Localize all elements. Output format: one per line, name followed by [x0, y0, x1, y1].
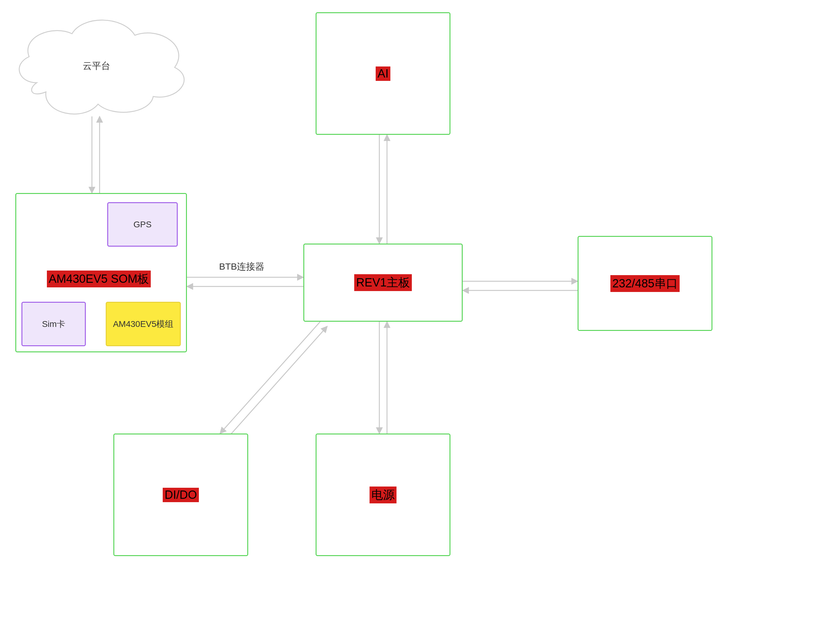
node-serial: 232/485串口 [578, 236, 712, 331]
module-label: AM430EV5模组 [113, 318, 174, 330]
cloud-text: 云平台 [83, 60, 110, 71]
ai-label: AI [376, 67, 390, 81]
node-ai: AI [315, 12, 451, 135]
node-gps: GPS [107, 202, 178, 246]
dido-label: DI/DO [163, 488, 199, 502]
gps-label: GPS [133, 219, 151, 229]
node-sim: Sim卡 [21, 302, 86, 346]
node-power: 电源 [315, 434, 451, 556]
diagram-canvas: 云平台 AM430EV5 SOM板 GPS Sim卡 AM430EV5模组 BT… [0, 0, 831, 644]
btb-text: BTB连接器 [219, 261, 264, 272]
node-module: AM430EV5模组 [106, 302, 181, 346]
power-label: 电源 [369, 487, 396, 503]
main-label: REV1主板 [354, 274, 412, 291]
node-cloud-label: 云平台 [83, 60, 110, 72]
node-main-board: REV1主板 [303, 243, 463, 322]
edge-main-to-dido [220, 322, 320, 434]
node-dido: DI/DO [113, 434, 248, 556]
sim-label: Sim卡 [42, 318, 65, 330]
edge-dido-to-main [228, 326, 327, 438]
som-label: AM430EV5 SOM板 [47, 270, 151, 287]
serial-label: 232/485串口 [610, 275, 679, 292]
edge-btb-label: BTB连接器 [219, 261, 264, 273]
